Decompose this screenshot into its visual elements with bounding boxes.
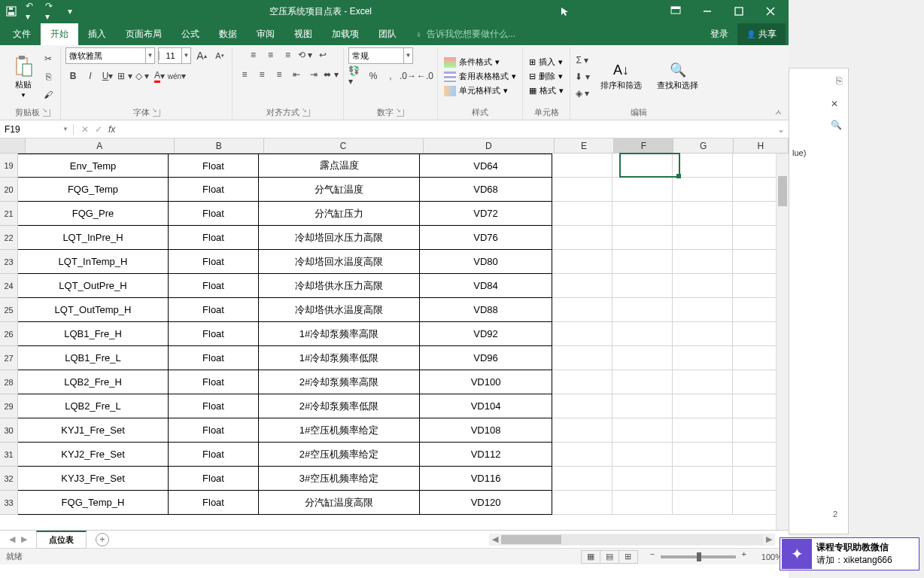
cell[interactable]: VD72 xyxy=(420,202,552,226)
cell[interactable]: 2#冷却泵频率低限 xyxy=(259,394,420,418)
delete-cells-button[interactable]: ⊟删除 ▾ xyxy=(527,70,565,83)
tab-插入[interactable]: 插入 xyxy=(78,23,116,45)
orientation-icon[interactable]: ⟲ ▾ xyxy=(298,47,313,62)
row-header[interactable]: 27 xyxy=(0,346,18,370)
cell[interactable]: LQB2_Fre_H xyxy=(18,370,169,394)
cell[interactable]: 1#空压机频率给定 xyxy=(259,418,420,443)
merge-icon[interactable]: ⬌ ▾ xyxy=(324,67,339,82)
cell[interactable]: Float xyxy=(169,322,259,346)
tell-me-search[interactable]: ♀ 告诉我您想要做什么... xyxy=(406,23,701,45)
collapse-ribbon-icon[interactable]: ㅅ xyxy=(774,107,783,118)
comma-icon[interactable]: , xyxy=(383,68,398,84)
cell[interactable]: Float xyxy=(169,370,259,394)
cell[interactable]: 2#冷却泵频率高限 xyxy=(259,370,420,394)
col-header-C[interactable]: C xyxy=(264,138,424,153)
cell[interactable]: Float xyxy=(169,467,259,491)
cell[interactable]: LQT_OutPre_H xyxy=(18,274,169,298)
cell[interactable]: VD96 xyxy=(420,346,552,370)
italic-icon[interactable]: I xyxy=(83,68,98,84)
cut-icon[interactable]: ✂ xyxy=(41,51,56,66)
cell[interactable] xyxy=(612,274,673,298)
vertical-scrollbar[interactable] xyxy=(776,154,789,530)
cell[interactable] xyxy=(612,418,673,443)
cell[interactable] xyxy=(552,491,612,515)
cell[interactable]: 分汽缸压力 xyxy=(259,202,420,226)
share-button[interactable]: 👤共享 xyxy=(737,23,786,45)
wrap-text-icon[interactable]: ↩ xyxy=(315,47,330,62)
cell[interactable] xyxy=(552,443,612,467)
login-button[interactable]: 登录 xyxy=(701,23,737,45)
cell[interactable]: VD76 xyxy=(420,226,552,250)
cell[interactable]: Float xyxy=(169,443,259,467)
cell[interactable] xyxy=(552,226,612,250)
cell[interactable]: Float xyxy=(169,154,259,178)
align-center-icon[interactable]: ≡ xyxy=(254,67,269,82)
cell[interactable] xyxy=(612,491,673,515)
row-header[interactable]: 33 xyxy=(0,491,18,515)
bg-window-tab-icon[interactable]: ⎘ xyxy=(836,75,842,87)
autosum-icon[interactable]: Σ ▾ xyxy=(575,53,590,68)
sheet-nav-prev-icon[interactable]: ◀ xyxy=(9,534,15,544)
border-icon[interactable]: ⊞ ▾ xyxy=(117,68,132,84)
cell[interactable] xyxy=(612,250,673,274)
cell[interactable] xyxy=(552,322,612,346)
cell[interactable]: KYJ1_Fre_Set xyxy=(18,418,169,443)
cell[interactable] xyxy=(612,322,673,346)
cancel-formula-icon[interactable]: ✕ xyxy=(81,124,89,135)
name-box[interactable]: F19▼ xyxy=(0,124,74,135)
row-header[interactable]: 21 xyxy=(0,202,18,226)
clipboard-launcher[interactable] xyxy=(43,109,50,117)
minimize-icon[interactable] xyxy=(692,2,722,21)
col-header-D[interactable]: D xyxy=(424,138,555,153)
add-sheet-button[interactable]: + xyxy=(96,533,109,546)
tab-审阅[interactable]: 审阅 xyxy=(247,23,284,45)
cell[interactable] xyxy=(612,202,673,226)
fill-color-icon[interactable]: ◇ ▾ xyxy=(135,68,150,84)
cell[interactable] xyxy=(612,298,673,322)
currency-icon[interactable]: 💱 ▾ xyxy=(348,68,363,84)
cell[interactable] xyxy=(673,370,733,394)
tab-数据[interactable]: 数据 xyxy=(209,23,247,45)
cell[interactable] xyxy=(673,418,733,443)
col-header-A[interactable]: A xyxy=(26,138,175,153)
row-header[interactable]: 19 xyxy=(0,154,18,178)
indent-dec-icon[interactable]: ⇤ xyxy=(289,67,304,82)
cell[interactable] xyxy=(612,370,673,394)
cell[interactable]: Float xyxy=(169,491,259,515)
align-top-icon[interactable]: ≡ xyxy=(246,47,261,62)
cell[interactable] xyxy=(552,178,612,202)
row-header[interactable]: 29 xyxy=(0,394,18,418)
cell[interactable]: Float xyxy=(169,226,259,250)
cell[interactable] xyxy=(673,491,733,515)
horizontal-scrollbar[interactable]: ◀ ▶ xyxy=(489,534,775,546)
close-icon[interactable] xyxy=(755,2,786,21)
insert-cells-button[interactable]: ⊞插入 ▾ xyxy=(527,56,565,68)
indent-inc-icon[interactable]: ⇥ xyxy=(306,67,321,82)
row-header[interactable]: 24 xyxy=(0,274,18,298)
cell[interactable] xyxy=(552,202,612,226)
cell[interactable]: Float xyxy=(169,202,259,226)
tab-文件[interactable]: 文件 xyxy=(3,23,41,45)
font-color-icon[interactable]: A ▾ xyxy=(152,68,167,84)
underline-icon[interactable]: U ▾ xyxy=(100,68,115,84)
row-header[interactable]: 23 xyxy=(0,250,18,274)
row-header[interactable]: 28 xyxy=(0,370,18,394)
cell[interactable] xyxy=(612,467,673,491)
cell[interactable]: Float xyxy=(169,346,259,370)
col-header-E[interactable]: E xyxy=(555,138,614,153)
format-cells-button[interactable]: ▦格式 ▾ xyxy=(527,84,565,97)
cell[interactable] xyxy=(612,346,673,370)
cell[interactable]: 1#冷却泵频率低限 xyxy=(259,346,420,370)
grow-font-icon[interactable]: A▴ xyxy=(194,48,209,63)
tab-页面布局[interactable]: 页面布局 xyxy=(116,23,172,45)
cell[interactable]: LQT_InPre_H xyxy=(18,226,169,250)
tab-开始[interactable]: 开始 xyxy=(41,23,78,45)
cell[interactable] xyxy=(673,250,733,274)
cell[interactable]: FQG_Temp_H xyxy=(18,491,169,515)
align-middle-icon[interactable]: ≡ xyxy=(263,47,278,62)
cell[interactable] xyxy=(552,346,612,370)
cell[interactable] xyxy=(612,226,673,250)
cell[interactable]: Float xyxy=(169,178,259,202)
cell[interactable]: VD104 xyxy=(420,394,552,418)
qat-customize-icon[interactable]: ▾ xyxy=(65,6,75,17)
